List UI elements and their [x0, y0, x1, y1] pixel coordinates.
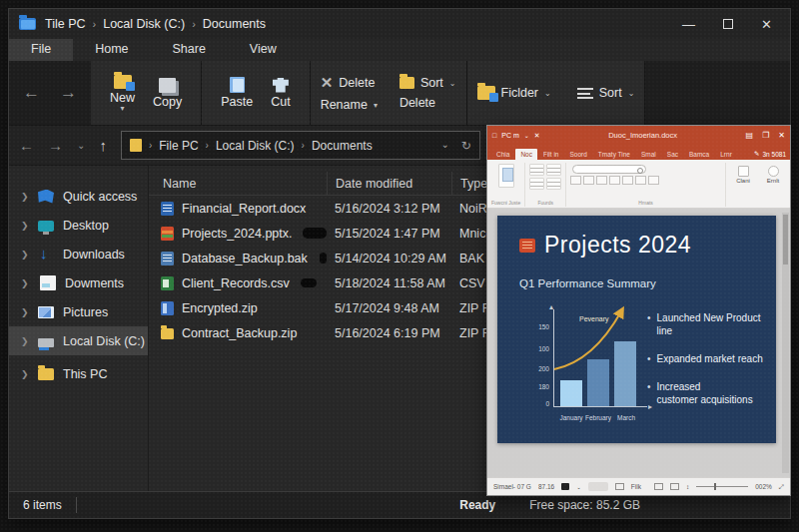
delete-bottom-button[interactable]: Delete	[400, 96, 456, 110]
sidebar-item-desktop[interactable]: ❯ Desktop	[9, 211, 148, 240]
group-label: Fuwcni Juste	[491, 200, 520, 207]
ppt-tab-design[interactable]: Soord	[564, 149, 591, 160]
sidebar-item-pictures[interactable]: ❯ Pictures	[9, 297, 148, 326]
close-button[interactable]: ✕	[761, 17, 772, 32]
shape-button[interactable]	[648, 176, 659, 185]
chevron-down-icon[interactable]: ⌄	[524, 132, 529, 139]
powerpoint-ribbon: Fuwcni Juste Fuurds Hmats	[487, 160, 790, 209]
editing-button[interactable]: Clani	[730, 163, 756, 207]
ribbon-mini-button[interactable]	[529, 164, 544, 176]
ppt-tab-review[interactable]: Bamca	[684, 149, 714, 160]
fit-to-window-icon[interactable]: ⤢	[779, 483, 784, 491]
close-icon[interactable]: ✕	[778, 131, 785, 140]
file-date: 5/17/2024 9:48 AM	[327, 301, 451, 315]
address-segment[interactable]: Documents	[312, 139, 373, 153]
address-bar[interactable]: › File PC › Local Disk (C:) › Documents …	[121, 131, 480, 160]
shape-button[interactable]	[609, 176, 620, 185]
folder-dropdown-button[interactable]: Ficlder ⌄	[477, 86, 551, 100]
font-name-box[interactable]	[572, 165, 646, 174]
shape-button[interactable]	[635, 176, 646, 185]
font-paragraph-group: Hmats	[570, 163, 726, 207]
notes-label[interactable]: Filk	[631, 483, 641, 490]
up-arrow-icon[interactable]: ↑	[99, 137, 107, 154]
folder-icon	[477, 86, 495, 100]
address-segment[interactable]: File PC	[159, 139, 198, 153]
menu-view[interactable]: View	[228, 39, 299, 61]
ribbon-mini-button[interactable]	[546, 178, 561, 190]
group-label: Fuurds	[529, 200, 561, 207]
menu-share[interactable]: Share	[151, 39, 228, 61]
notes-icon[interactable]	[615, 483, 624, 490]
ribbon-mini-button[interactable]	[529, 178, 544, 190]
menu-home[interactable]: Home	[73, 39, 150, 61]
ribbon-display-options-icon[interactable]: ▤	[746, 131, 754, 140]
back-arrow-icon[interactable]: ←	[23, 83, 40, 103]
chevron-down-icon[interactable]: ⌄	[576, 484, 581, 490]
shape-button[interactable]	[622, 176, 633, 185]
file-date: 5/15/2024 1:47 PM	[327, 227, 451, 241]
sidebar-item-this-pc[interactable]: ❯ This PC	[9, 359, 148, 388]
powerpoint-titlebar[interactable]: □ PC m ⌄ ✕ Duoc_Imoerian.docx ▤ ❐ ✕	[487, 126, 790, 145]
ppt-tab-file[interactable]: Chia	[491, 149, 514, 160]
delete-button[interactable]: ✕ Delete	[321, 74, 378, 92]
paste-button[interactable]: Paste	[221, 77, 253, 109]
new-button[interactable]: New ▾	[110, 75, 135, 111]
sort-lines-icon	[577, 88, 593, 99]
sidebar-item-label: Quick access	[63, 190, 137, 204]
ppt-tab-slideshow[interactable]: Sac	[662, 149, 683, 160]
rename-button[interactable]: Rename ▾	[321, 98, 378, 112]
refresh-icon[interactable]: ↻	[461, 139, 471, 153]
ppt-tab-insert[interactable]: Filt in	[538, 149, 564, 160]
vertical-scrollbar[interactable]	[782, 213, 789, 473]
normal-view-icon[interactable]	[654, 483, 663, 490]
redaction-mark	[303, 228, 328, 239]
shape-button[interactable]	[583, 176, 594, 185]
sidebar-item-documents[interactable]: ❯ Dowments	[9, 268, 148, 297]
recent-locations-chevron-icon[interactable]: ⌄	[77, 140, 85, 151]
redaction-mark	[320, 253, 327, 264]
explorer-titlebar[interactable]: Tile PC › Local Disk (C:) › Documents — …	[9, 9, 790, 39]
maximize-button[interactable]	[723, 19, 733, 29]
sidebar-item-quick-access[interactable]: ❯ Quick access	[9, 182, 148, 211]
y-tick-label: 150	[523, 323, 549, 330]
minimize-button[interactable]: —	[682, 17, 695, 32]
slide[interactable]: Projects 2024 Q1 Performance Summary 150…	[497, 216, 776, 443]
status-pill-button[interactable]	[588, 482, 608, 491]
sort-small-button[interactable]: Sort ⌄	[400, 76, 456, 90]
share-button[interactable]: ✎ 3n 5081	[754, 150, 786, 160]
forward-arrow-icon[interactable]: →	[60, 83, 77, 103]
address-segment[interactable]: Local Disk (C:)	[216, 139, 295, 153]
ppt-tab-animations[interactable]: Smal	[636, 149, 661, 160]
back-arrow-icon[interactable]: ←	[19, 137, 34, 154]
ppt-tab-transitions[interactable]: Tmaty Tine	[593, 149, 635, 160]
column-header-name[interactable]: Name	[149, 177, 327, 191]
zoom-out-icon[interactable]: ↕	[686, 483, 689, 490]
ppt-tab-home[interactable]: Noc	[515, 149, 537, 160]
slide-sorter-icon[interactable]	[670, 483, 679, 490]
y-tick-label: 100	[523, 345, 549, 352]
zoom-slider[interactable]	[696, 486, 748, 487]
cut-button[interactable]: Cut	[271, 78, 290, 109]
shape-button[interactable]	[596, 176, 607, 185]
ribbon-mini-button[interactable]	[546, 164, 561, 176]
restore-icon[interactable]: ❐	[762, 131, 769, 140]
address-dropdown-chevron-icon[interactable]: ⌄	[440, 139, 448, 153]
paste-big-button[interactable]	[498, 164, 514, 188]
column-header-date-modified[interactable]: Date modified	[327, 172, 451, 195]
find-button[interactable]: Ernlt	[760, 163, 786, 207]
folder-dropdown-label: Ficlder	[501, 86, 539, 100]
sort-dropdown-button[interactable]: Sort ⌄	[577, 86, 635, 100]
breadcrumb-separator: ›	[93, 18, 97, 30]
sidebar-item-downloads[interactable]: ❯ Downloads	[9, 240, 148, 268]
shape-button[interactable]	[570, 176, 581, 185]
forward-arrow-icon[interactable]: →	[48, 137, 63, 154]
undo-icon[interactable]: ✕	[534, 132, 540, 140]
save-icon[interactable]: □	[492, 132, 496, 139]
ppt-tab-view[interactable]: Lrnr	[715, 149, 737, 160]
sidebar-item-local-disk[interactable]: ❯ Local Disk (C:)	[9, 326, 148, 355]
menu-bar: File Home Share View	[9, 39, 790, 61]
zoom-level[interactable]: 002%	[755, 483, 772, 490]
file-name: Encrypted.zip	[182, 301, 258, 315]
menu-file[interactable]: File	[9, 39, 73, 61]
copy-button[interactable]: Copy	[153, 78, 182, 109]
